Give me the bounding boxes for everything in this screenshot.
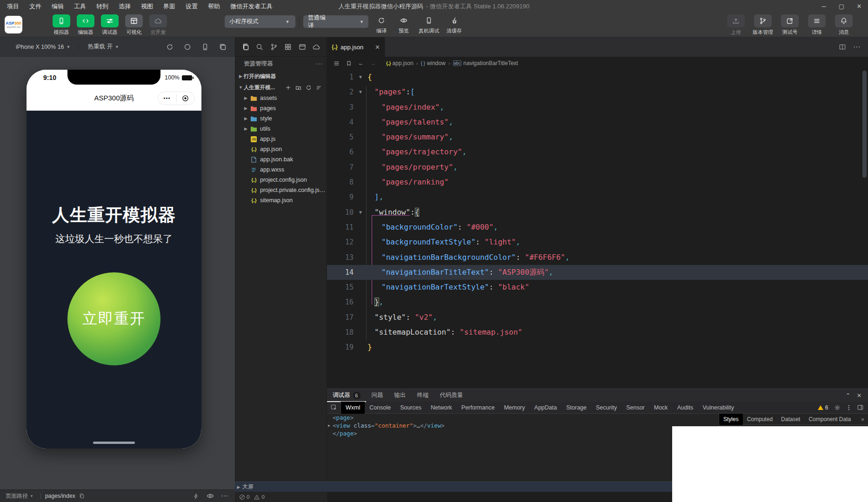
- branch-icon[interactable]: [270, 43, 278, 51]
- code-line-16[interactable]: 16},: [327, 295, 868, 310]
- wxml-node-0[interactable]: <page>: [327, 414, 719, 422]
- tab-app-json[interactable]: {..} app.json ✕: [327, 37, 385, 57]
- code-line-13[interactable]: 13"navigationBarBackgroundColor": "#F6F6…: [327, 250, 868, 265]
- close-panel-icon[interactable]: ✕: [857, 392, 861, 399]
- code-line-19[interactable]: 19}: [327, 340, 868, 355]
- tree-item-app.json[interactable]: {..}app.json: [235, 144, 327, 154]
- editor-scrollbar[interactable]: [862, 71, 867, 178]
- tree-item-utils[interactable]: ▶utils: [235, 124, 327, 134]
- outline-icon[interactable]: [334, 60, 340, 66]
- tree-item-project.private.config.js…[interactable]: {..}project.private.config.js…: [235, 185, 327, 195]
- devtools-tab-Sensor[interactable]: Sensor: [621, 402, 649, 414]
- mode-select[interactable]: 小程序模式▼: [225, 15, 295, 28]
- bookmark-icon[interactable]: [346, 60, 352, 66]
- windows-icon[interactable]: [219, 43, 227, 51]
- toolbar-action-详情[interactable]: 详情: [806, 14, 828, 36]
- kebab-menu-icon[interactable]: ⋮: [846, 404, 852, 411]
- toolbar-action-真机调试[interactable]: 真机调试: [417, 14, 441, 34]
- devtools-tab-Network[interactable]: Network: [426, 402, 457, 414]
- eye-icon[interactable]: [207, 492, 214, 500]
- toolbar-button-编辑器[interactable]: 编辑器: [76, 14, 95, 36]
- devtools-tab-Security[interactable]: Security: [591, 402, 621, 414]
- nav-back-icon[interactable]: ←: [358, 60, 364, 66]
- code-line-2[interactable]: 2▼"pages":[: [327, 85, 868, 99]
- debugger-tab-问题[interactable]: 问题: [366, 389, 389, 402]
- code-line-14[interactable]: 14"navigationBarTitleText": "ASP300源码",: [327, 265, 868, 280]
- code-line-1[interactable]: 1▼{: [327, 70, 868, 85]
- styles-tab-Styles[interactable]: Styles: [719, 414, 743, 425]
- toolbar-button-模拟器[interactable]: 模拟器: [52, 14, 71, 36]
- files-icon[interactable]: [242, 43, 249, 51]
- tree-item-app.wxss[interactable]: app.wxss: [235, 165, 327, 175]
- code-line-15[interactable]: 15"navigationBarTextStyle": "black": [327, 280, 868, 295]
- chevron-more-icon[interactable]: »: [861, 416, 868, 423]
- grid-icon[interactable]: [284, 43, 292, 51]
- code-line-17[interactable]: 17"style": "v2",: [327, 310, 868, 325]
- debugger-tab-调试器[interactable]: 调试器6: [327, 389, 366, 402]
- toolbar-action-清缓存[interactable]: 清缓存: [445, 14, 464, 34]
- more-actions-icon[interactable]: ···: [316, 60, 323, 67]
- search-icon[interactable]: [256, 43, 263, 51]
- devtools-tab-Storage[interactable]: Storage: [561, 402, 591, 414]
- devtools-tab-Performance[interactable]: Performance: [457, 402, 500, 414]
- nav-forward-icon[interactable]: →: [370, 60, 376, 66]
- refresh-icon[interactable]: [166, 43, 174, 51]
- copy-icon[interactable]: [79, 493, 85, 499]
- code-line-3[interactable]: 3"pages/index",: [327, 100, 868, 115]
- devtools-tab-Mock[interactable]: Mock: [649, 402, 673, 414]
- menu-item-文件[interactable]: 文件: [24, 0, 47, 13]
- styles-tab-Computed[interactable]: Computed: [743, 414, 777, 425]
- sync-icon[interactable]: [306, 85, 312, 91]
- devtools-tab-Sources[interactable]: Sources: [395, 402, 426, 414]
- hot-reload-toggle[interactable]: 热重载 开▼: [79, 43, 127, 51]
- styles-tab-Component Data[interactable]: Component Data: [804, 414, 855, 425]
- inspect-element-icon[interactable]: [327, 402, 341, 414]
- tree-item-style[interactable]: ▶style: [235, 113, 327, 124]
- debugger-tab-终端[interactable]: 终端: [412, 389, 434, 402]
- wxml-inspector[interactable]: <page>▶<view class="container">…</view><…: [327, 414, 719, 482]
- code-editor[interactable]: 1▼{2▼"pages":[3"pages/index",4"pages/tal…: [327, 70, 868, 389]
- maximize-button[interactable]: ▢: [833, 0, 850, 13]
- toolbar-action-编译[interactable]: 编译: [372, 14, 391, 34]
- collapse-icon[interactable]: [316, 85, 322, 91]
- code-line-5[interactable]: 5"pages/summary",: [327, 130, 868, 145]
- project-section[interactable]: ▼ 人生重开模...: [235, 82, 327, 93]
- toolbar-action-预览[interactable]: 预览: [394, 14, 413, 34]
- devtools-tab-Audits[interactable]: Audits: [673, 402, 698, 414]
- expand-arrow-icon[interactable]: ▶: [328, 422, 330, 429]
- menu-item-选择[interactable]: 选择: [114, 0, 136, 13]
- code-line-18[interactable]: 18"sitemapLocation": "sitemap.json": [327, 325, 868, 340]
- settings-gear-icon[interactable]: [834, 404, 841, 411]
- breadcrumb-item-window[interactable]: { }window: [421, 60, 446, 66]
- menu-item-工具[interactable]: 工具: [69, 0, 91, 13]
- code-line-8[interactable]: 8"pages/ranking": [327, 175, 868, 190]
- tree-item-app.js[interactable]: JSapp.js: [235, 134, 327, 144]
- devtools-tab-Memory[interactable]: Memory: [499, 402, 529, 414]
- capsule-more-button[interactable]: •••: [158, 96, 176, 101]
- ellipsis-icon[interactable]: ···: [221, 493, 228, 499]
- open-editors-section[interactable]: ▶ 打开的编辑器: [235, 71, 327, 82]
- wxml-node-2[interactable]: </page>: [327, 429, 719, 437]
- cloud-icon[interactable]: [313, 43, 320, 51]
- capsule-close-icon[interactable]: [177, 95, 195, 102]
- menu-item-编辑[interactable]: 编辑: [47, 0, 69, 13]
- toolbar-action-版本管理[interactable]: 版本管理: [752, 14, 774, 36]
- devtools-tab-AppData[interactable]: AppData: [530, 402, 562, 414]
- breadcrumb-item-navigationBarTitleText[interactable]: abcnavigationBarTitleText: [453, 60, 518, 66]
- devtools-tab-Vulnerability[interactable]: Vulnerability: [698, 402, 739, 414]
- close-tab-icon[interactable]: ✕: [375, 44, 380, 51]
- collapse-panel-icon[interactable]: ⌃: [846, 392, 850, 399]
- toolbar-action-测试号[interactable]: 测试号: [779, 14, 801, 36]
- code-line-4[interactable]: 4"pages/talents",: [327, 115, 868, 130]
- menu-item-项目[interactable]: 项目: [2, 0, 24, 13]
- debugger-tab-输出[interactable]: 输出: [389, 389, 412, 402]
- toolbar-button-调试器[interactable]: 调试器: [100, 14, 119, 36]
- menu-item-界面[interactable]: 界面: [158, 0, 180, 13]
- restart-button[interactable]: 立即重开: [67, 272, 160, 365]
- tree-item-assets[interactable]: ▶assets: [235, 93, 327, 103]
- new-folder-icon[interactable]: [295, 85, 301, 91]
- toolbar-action-消息[interactable]: 消息: [833, 14, 855, 36]
- code-line-10[interactable]: 10▼"window":{: [327, 205, 868, 220]
- warning-count[interactable]: 6: [818, 404, 828, 411]
- problems-status[interactable]: 0 0: [235, 492, 327, 502]
